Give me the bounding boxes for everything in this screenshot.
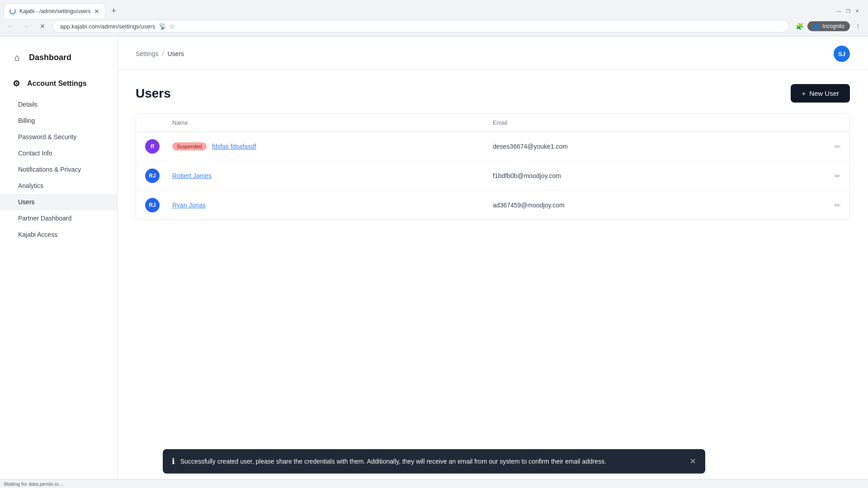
row2-avatar-initials: RJ — [149, 173, 156, 179]
sidebar-account-settings-header[interactable]: ⚙ Account Settings — [0, 75, 117, 96]
row2-email-cell: f1bdfb0b@moodjoy.com — [493, 172, 813, 180]
col-actions-header — [813, 119, 840, 126]
row2-email: f1bdfb0b@moodjoy.com — [493, 172, 561, 179]
users-label: Users — [18, 198, 35, 206]
sidebar-item-users[interactable]: Users — [0, 194, 117, 210]
address-bar-icons: 📡 ☆ — [159, 23, 175, 30]
sidebar-item-partner-dashboard[interactable]: Partner Dashboard — [0, 210, 117, 226]
user-avatar[interactable]: SJ — [834, 46, 850, 62]
sidebar-item-details[interactable]: Details — [0, 96, 117, 113]
row1-edit-button[interactable]: ✏ — [813, 142, 840, 151]
sidebar-item-password-security[interactable]: Password & Security — [0, 129, 117, 145]
reload-button[interactable]: ✕ — [36, 20, 49, 33]
billing-label: Billing — [18, 117, 35, 124]
incognito-avatar: 👤 — [813, 23, 820, 29]
tab-loading-spinner — [9, 8, 16, 14]
sidebar: ⌂ Dashboard ⚙ Account Settings Details B… — [0, 37, 118, 488]
row1-avatar-cell: ff — [145, 139, 172, 154]
page-title: Users — [136, 86, 171, 101]
row3-avatar-initials: RJ — [149, 202, 156, 208]
close-window-button[interactable]: ✕ — [854, 7, 861, 14]
extensions-icon[interactable]: 🧩 — [793, 20, 806, 33]
breadcrumb-settings[interactable]: Settings — [136, 50, 159, 57]
forward-button[interactable]: → — [20, 20, 33, 33]
address-bar-row: ← → ✕ app.kajabi.com/admin/settings/user… — [0, 18, 868, 36]
tab-close-button[interactable]: ✕ — [94, 8, 99, 15]
tab-title: Kajabi - /admin/settings/users — [19, 8, 90, 14]
analytics-label: Analytics — [18, 182, 43, 189]
table-row: ff Suspended fdsfas fdsafasdf deses36674… — [136, 132, 849, 161]
browser-toolbar: 🧩 👤 Incognito ⋮ — [793, 20, 864, 33]
users-table: Name Email ff Suspended fdsfas fdsafasdf… — [136, 113, 850, 220]
user-avatar-initials: SJ — [838, 51, 845, 57]
col-email-header: Email — [493, 119, 813, 126]
browser-chrome: Kajabi - /admin/settings/users ✕ + — ❐ ✕… — [0, 0, 868, 37]
sidebar-item-analytics[interactable]: Analytics — [0, 178, 117, 194]
row1-avatar: ff — [145, 139, 160, 154]
col-name-header: Name — [172, 119, 493, 126]
row3-name-link[interactable]: Ryan Jonas — [172, 202, 206, 209]
row3-avatar: RJ — [145, 198, 160, 212]
status-bar: Waiting for data.pendo.io... — [0, 479, 868, 488]
row3-email-cell: ad367459@moodjoy.com — [493, 201, 813, 209]
table-header: Name Email — [136, 114, 849, 132]
window-controls: — ❐ ✕ — [835, 7, 864, 14]
partner-dashboard-label: Partner Dashboard — [18, 215, 71, 222]
toast-close-button[interactable]: ✕ — [689, 456, 696, 466]
row2-edit-button[interactable]: ✏ — [813, 172, 840, 180]
dashboard-home-icon: ⌂ — [11, 51, 24, 64]
maximize-button[interactable]: ❐ — [844, 7, 852, 14]
sidebar-item-contact-info[interactable]: Contact Info — [0, 145, 117, 161]
active-tab[interactable]: Kajabi - /admin/settings/users ✕ — [4, 3, 105, 19]
row1-email: deses36674@youke1.com — [493, 143, 568, 150]
new-tab-button[interactable]: + — [107, 5, 120, 17]
incognito-label: Incognito — [822, 23, 844, 29]
back-button[interactable]: ← — [4, 20, 16, 33]
row3-email: ad367459@moodjoy.com — [493, 202, 565, 209]
account-settings-label: Account Settings — [27, 80, 87, 88]
table-row: RJ Robert James f1bdfb0b@moodjoy.com ✏ — [136, 161, 849, 191]
row2-avatar-cell: RJ — [145, 169, 172, 183]
col-avatar-header — [145, 119, 172, 126]
toast-info-icon: ℹ — [172, 456, 175, 466]
row3-edit-button[interactable]: ✏ — [813, 201, 840, 210]
row1-avatar-initials: ff — [151, 143, 154, 150]
sidebar-item-dashboard[interactable]: ⌂ Dashboard — [0, 47, 117, 75]
row1-name-link[interactable]: fdsfas fdsafasdf — [212, 143, 256, 150]
row1-status-badge: Suspended — [172, 142, 207, 150]
page-header: Users + New User — [118, 70, 868, 113]
breadcrumb-bar: Settings / Users SJ — [118, 37, 868, 70]
toast-notification: ℹ Successfully created user, please shar… — [163, 449, 705, 474]
app-layout: ⌂ Dashboard ⚙ Account Settings Details B… — [0, 37, 868, 488]
breadcrumb-separator: / — [162, 50, 164, 57]
row1-email-cell: deses36674@youke1.com — [493, 142, 813, 150]
gear-icon: ⚙ — [11, 78, 22, 89]
row2-name-link[interactable]: Robert James — [172, 172, 212, 179]
browser-menu-button[interactable]: ⋮ — [852, 20, 864, 33]
minimize-button[interactable]: — — [835, 7, 843, 14]
dashboard-label: Dashboard — [29, 53, 71, 62]
main-content: Settings / Users SJ Users + New User Nam… — [118, 37, 868, 488]
new-user-button[interactable]: + New User — [791, 84, 850, 103]
incognito-indicator: 👤 Incognito — [807, 21, 850, 31]
kajabi-access-label: Kajabi Access — [18, 231, 57, 238]
new-user-icon: + — [802, 89, 806, 97]
details-label: Details — [18, 101, 38, 108]
sidebar-item-billing[interactable]: Billing — [0, 113, 117, 129]
new-user-label: New User — [809, 89, 839, 97]
sidebar-item-notifications-privacy[interactable]: Notifications & Privacy — [0, 161, 117, 178]
password-security-label: Password & Security — [18, 133, 76, 141]
tab-bar: Kajabi - /admin/settings/users ✕ + — ❐ ✕ — [0, 0, 868, 18]
breadcrumb-current: Users — [167, 50, 184, 57]
address-bar[interactable]: app.kajabi.com/admin/settings/users 📡 ☆ — [52, 20, 789, 33]
status-bar-text: Waiting for data.pendo.io... — [4, 481, 63, 487]
table-row: RJ Ryan Jonas ad367459@moodjoy.com ✏ — [136, 191, 849, 220]
row3-name-cell: Ryan Jonas — [172, 202, 493, 209]
bookmark-icon[interactable]: ☆ — [169, 23, 175, 30]
notifications-privacy-label: Notifications & Privacy — [18, 166, 81, 173]
sidebar-item-kajabi-access[interactable]: Kajabi Access — [0, 226, 117, 243]
toast-message: Successfully created user, please share … — [180, 458, 684, 465]
address-url: app.kajabi.com/admin/settings/users — [60, 23, 155, 30]
row2-avatar: RJ — [145, 169, 160, 183]
contact-info-label: Contact Info — [18, 150, 52, 157]
